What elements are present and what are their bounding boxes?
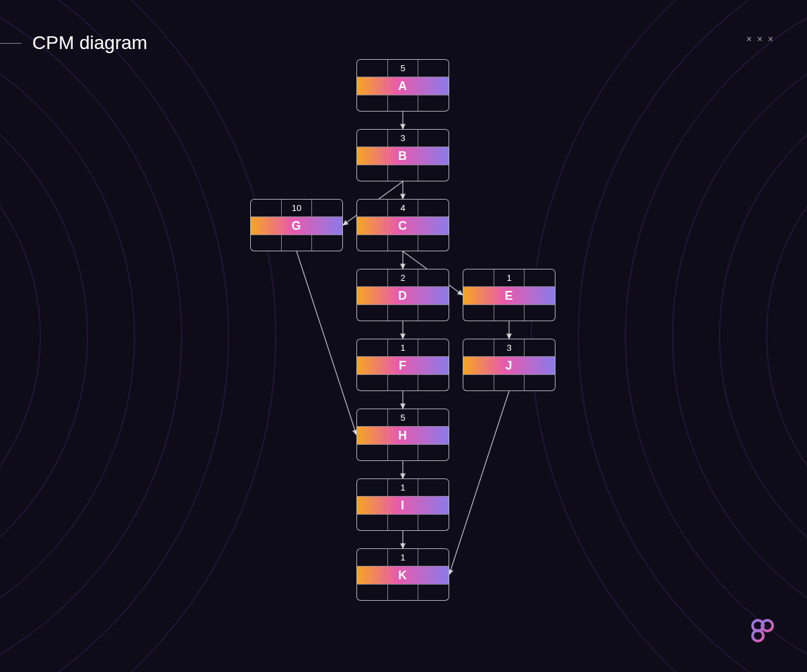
node-duration-cell: 1 (494, 269, 525, 286)
node-label: C (357, 217, 449, 235)
node-es-cell (357, 200, 388, 216)
node-i: 1I (356, 478, 449, 531)
node-es-cell (463, 339, 494, 356)
node-bottom-row (463, 304, 555, 321)
node-slack-cell (388, 445, 419, 461)
node-bottom-row (463, 374, 555, 391)
node-ef-cell (525, 269, 555, 286)
node-lf-cell (418, 515, 449, 531)
node-slack-cell (388, 165, 419, 181)
node-ls-cell (357, 375, 388, 391)
node-slack-cell (494, 305, 525, 321)
node-slack-cell (388, 585, 419, 601)
node-ef-cell (418, 200, 449, 216)
node-top-row: 1 (357, 549, 449, 566)
node-duration-cell: 1 (388, 479, 419, 496)
node-top-row: 10 (251, 200, 342, 217)
node-top-row: 1 (357, 479, 449, 497)
node-bottom-row (357, 514, 449, 531)
node-lf-cell (418, 165, 449, 181)
node-duration-cell: 2 (388, 269, 419, 286)
node-slack-cell (388, 305, 419, 321)
node-bottom-row (357, 165, 449, 181)
node-es-cell (357, 60, 388, 77)
node-bottom-row (357, 235, 449, 251)
node-ls-cell (463, 375, 494, 391)
node-label: D (357, 287, 449, 304)
node-es-cell (463, 269, 494, 286)
node-lf-cell (418, 305, 449, 321)
node-ls-cell (357, 585, 388, 601)
node-slack-cell (494, 375, 525, 391)
node-e: 1E (463, 269, 555, 321)
node-ef-cell (312, 200, 342, 216)
node-ef-cell (418, 60, 449, 77)
node-duration-cell: 3 (388, 130, 419, 146)
node-ef-cell (418, 130, 449, 146)
node-es-cell (357, 269, 388, 286)
node-a: 5A (356, 59, 449, 112)
node-top-row: 1 (463, 269, 555, 287)
node-es-cell (251, 200, 282, 216)
node-label: G (251, 217, 342, 235)
node-label: E (463, 287, 555, 304)
node-top-row: 5 (357, 409, 449, 427)
edge-g-h (297, 251, 356, 435)
node-bottom-row (357, 304, 449, 321)
node-es-cell (357, 339, 388, 356)
node-label: I (357, 497, 449, 514)
node-duration-cell: 5 (388, 60, 419, 77)
node-label: B (357, 147, 449, 165)
node-bottom-row (357, 444, 449, 461)
node-g: 10G (250, 199, 343, 251)
node-c: 4C (356, 199, 449, 251)
node-label: H (357, 427, 449, 444)
node-label: J (463, 357, 555, 374)
node-label: F (357, 357, 449, 374)
node-ls-cell (463, 305, 494, 321)
node-top-row: 3 (463, 339, 555, 357)
node-ls-cell (251, 235, 282, 251)
node-label: A (357, 77, 449, 95)
node-top-row: 5 (357, 60, 449, 77)
node-slack-cell (388, 515, 419, 531)
node-ef-cell (418, 479, 449, 496)
node-es-cell (357, 549, 388, 566)
node-bottom-row (357, 584, 449, 601)
node-lf-cell (418, 445, 449, 461)
node-slack-cell (388, 95, 419, 112)
node-duration-cell: 1 (388, 339, 419, 356)
node-duration-cell: 5 (388, 409, 419, 426)
node-bottom-row (357, 374, 449, 391)
node-slack-cell (388, 235, 419, 251)
node-lf-cell (418, 95, 449, 112)
node-j: 3J (463, 339, 555, 391)
node-lf-cell (418, 585, 449, 601)
node-bottom-row (357, 95, 449, 112)
node-es-cell (357, 409, 388, 426)
node-ls-cell (357, 445, 388, 461)
node-slack-cell (282, 235, 313, 251)
node-ls-cell (357, 165, 388, 181)
node-top-row: 2 (357, 269, 449, 287)
node-ls-cell (357, 515, 388, 531)
node-slack-cell (388, 375, 419, 391)
node-lf-cell (418, 235, 449, 251)
node-ls-cell (357, 95, 388, 112)
node-duration-cell: 1 (388, 549, 419, 566)
node-top-row: 3 (357, 130, 449, 147)
node-d: 2D (356, 269, 449, 321)
node-ef-cell (418, 409, 449, 426)
node-es-cell (357, 479, 388, 496)
node-ef-cell (418, 269, 449, 286)
node-lf-cell (525, 305, 555, 321)
logo-icon (751, 618, 775, 648)
node-es-cell (357, 130, 388, 146)
node-bottom-row (251, 235, 342, 251)
diagram-canvas: 5A3B10G4C2D1E1F3J5H1I1K (0, 0, 807, 672)
node-lf-cell (418, 375, 449, 391)
node-ls-cell (357, 235, 388, 251)
node-h: 5H (356, 409, 449, 461)
node-f: 1F (356, 339, 449, 391)
node-duration-cell: 3 (494, 339, 525, 356)
